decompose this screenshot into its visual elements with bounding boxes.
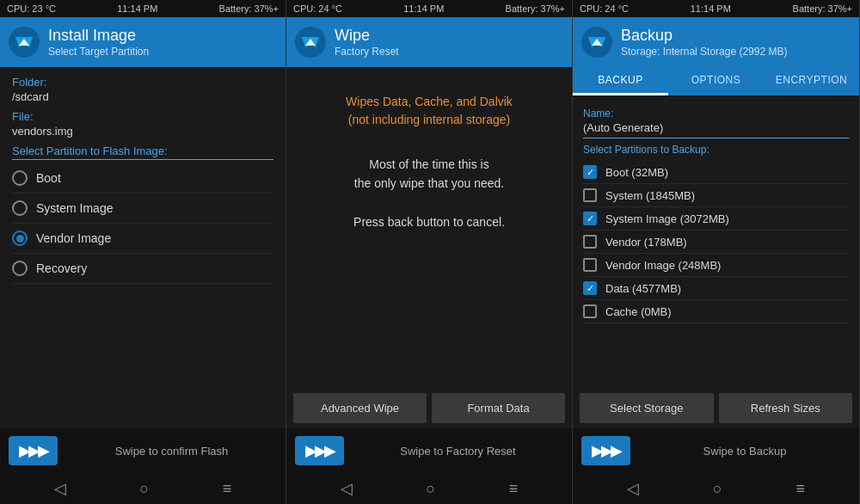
name-label: Name: <box>583 108 849 120</box>
cb-vendor[interactable]: Vendor (178MB) <box>583 230 849 254</box>
cb-label-cache: Cache (0MB) <box>605 305 672 318</box>
swipe-arrows-1: ▶▶▶ <box>9 436 58 465</box>
cb-icon-vendor-image <box>583 258 597 272</box>
swipe-bar-2[interactable]: ▶▶▶ Swipe to Factory Reset <box>286 428 572 473</box>
radio-circle-recovery <box>12 261 28 276</box>
header-3: Backup Storage: Internal Storage (2992 M… <box>573 17 859 67</box>
format-data-button[interactable]: Format Data <box>432 393 565 423</box>
backup-buttons: Select Storage Refresh Sizes <box>573 388 859 428</box>
time-2: 11:14 PM <box>403 3 444 14</box>
header-text-1: Install Image Select Target Partition <box>48 27 149 58</box>
partition-select-label: Select Partition to Flash Image: <box>12 144 273 160</box>
install-content: Folder: /sdcard File: vendors.img Select… <box>0 67 286 428</box>
swipe-arrows-3: ▶▶▶ <box>581 436 630 465</box>
backup-tabs: BACKUP OPTIONS ENCRYPTION <box>573 67 859 95</box>
advanced-wipe-button[interactable]: Advanced Wipe <box>293 393 427 423</box>
backup-content: Name: (Auto Generate) Select Partitions … <box>573 95 859 388</box>
battery-2: Battery: 37%+ <box>506 3 565 14</box>
install-panel: CPU: 23 °C 11:14 PM Battery: 37%+ Instal… <box>0 0 286 504</box>
radio-boot[interactable]: Boot <box>12 163 273 194</box>
swipe-text-3: Swipe to Backup <box>639 445 851 458</box>
wipe-content: Wipes Data, Cache, and Dalvik(not includ… <box>286 67 572 388</box>
select-storage-button[interactable]: Select Storage <box>580 393 714 423</box>
cb-icon-boot <box>583 165 597 179</box>
cb-label-data: Data (4577MB) <box>605 282 681 295</box>
cb-system[interactable]: System (1845MB) <box>583 184 849 207</box>
radio-circle-system <box>12 200 28 216</box>
battery-1: Battery: 37%+ <box>219 3 279 14</box>
wipe-warning: Wipes Data, Cache, and Dalvik(not includ… <box>307 93 551 129</box>
cb-label-boot: Boot (32MB) <box>605 166 668 179</box>
swipe-text-1: Swipe to confirm Flash <box>66 445 277 458</box>
tab-backup[interactable]: BACKUP <box>573 67 668 95</box>
swipe-arrows-2: ▶▶▶ <box>295 436 344 465</box>
panel-title-3: Backup <box>621 27 787 46</box>
cb-label-vendor: Vendor (178MB) <box>605 236 687 249</box>
status-bar-1: CPU: 23 °C 11:14 PM Battery: 37%+ <box>0 0 286 17</box>
nav-home-3[interactable]: ○ <box>713 480 722 498</box>
file-label: File: <box>12 110 273 123</box>
nav-menu-2[interactable]: ≡ <box>509 480 519 498</box>
cb-data[interactable]: Data (4577MB) <box>583 277 849 300</box>
folder-value: /sdcard <box>12 90 273 103</box>
tab-options[interactable]: OPTIONS <box>668 67 764 95</box>
wipe-panel: CPU: 24 °C 11:14 PM Battery: 37%+ Wipe F… <box>286 0 573 504</box>
radio-label-recovery: Recovery <box>36 261 87 275</box>
panel-subtitle-2: Factory Reset <box>335 46 399 58</box>
radio-circle-boot <box>12 170 28 186</box>
folder-label: Folder: <box>12 76 273 89</box>
radio-label-vendor: Vendor Image <box>36 231 111 245</box>
cb-icon-cache <box>583 304 597 318</box>
time-3: 11:14 PM <box>691 3 731 14</box>
nav-home-2[interactable]: ○ <box>426 480 435 498</box>
radio-recovery[interactable]: Recovery <box>12 254 273 284</box>
nav-home-1[interactable]: ○ <box>139 480 149 498</box>
header-text-3: Backup Storage: Internal Storage (2992 M… <box>621 27 787 58</box>
wipe-body: Most of the time this is the only wipe t… <box>307 155 551 232</box>
cb-icon-vendor <box>583 235 597 249</box>
nav-back-1[interactable]: ◁ <box>54 479 66 498</box>
bottom-nav-2: ◁ ○ ≡ <box>286 473 572 504</box>
cb-cache[interactable]: Cache (0MB) <box>583 300 849 323</box>
cpu-temp-1: CPU: 23 °C <box>7 3 56 14</box>
time-1: 11:14 PM <box>117 3 157 14</box>
radio-vendor-image[interactable]: Vendor Image <box>12 224 273 254</box>
cb-label-vendor-image: Vendor Image (248MB) <box>605 259 721 272</box>
bottom-nav-1: ◁ ○ ≡ <box>0 473 286 504</box>
cb-boot[interactable]: Boot (32MB) <box>583 161 849 184</box>
twrp-logo-2 <box>295 27 326 58</box>
wipe-buttons: Advanced Wipe Format Data <box>286 388 572 428</box>
refresh-sizes-button[interactable]: Refresh Sizes <box>719 393 853 423</box>
cb-icon-system-image <box>583 212 597 225</box>
cpu-temp-3: CPU: 24 °C <box>580 3 629 14</box>
radio-system-image[interactable]: System Image <box>12 194 273 224</box>
name-value: (Auto Generate) <box>583 121 849 138</box>
swipe-bar-1[interactable]: ▶▶▶ Swipe to confirm Flash <box>0 428 286 473</box>
backup-panel: CPU: 24 °C 11:14 PM Battery: 37%+ Backup… <box>573 0 860 504</box>
bottom-nav-3: ◁ ○ ≡ <box>573 473 859 504</box>
nav-back-3[interactable]: ◁ <box>627 479 639 498</box>
cb-label-system-image: System Image (3072MB) <box>605 212 729 225</box>
nav-menu-1[interactable]: ≡ <box>223 480 232 498</box>
swipe-bar-3[interactable]: ▶▶▶ Swipe to Backup <box>573 428 859 473</box>
tab-encryption[interactable]: ENCRYPTION <box>764 67 859 95</box>
file-value: vendors.img <box>12 125 273 138</box>
radio-label-boot: Boot <box>36 171 61 185</box>
status-bar-2: CPU: 24 °C 11:14 PM Battery: 37%+ <box>286 0 572 17</box>
header-2: Wipe Factory Reset <box>286 17 572 67</box>
nav-menu-3[interactable]: ≡ <box>796 480 806 498</box>
panel-subtitle-3: Storage: Internal Storage (2992 MB) <box>621 46 787 58</box>
cb-system-image[interactable]: System Image (3072MB) <box>583 207 849 230</box>
partitions-backup-label: Select Partitions to Backup: <box>583 144 849 156</box>
radio-label-system: System Image <box>36 201 113 215</box>
cpu-temp-2: CPU: 24 °C <box>293 3 342 14</box>
header-text-2: Wipe Factory Reset <box>335 27 399 58</box>
cb-vendor-image[interactable]: Vendor Image (248MB) <box>583 254 849 277</box>
header-1: Install Image Select Target Partition <box>0 17 286 67</box>
status-bar-3: CPU: 24 °C 11:14 PM Battery: 37%+ <box>573 0 859 17</box>
nav-back-2[interactable]: ◁ <box>341 479 353 498</box>
swipe-text-2: Swipe to Factory Reset <box>353 445 563 458</box>
panel-title-2: Wipe <box>335 27 399 46</box>
twrp-logo-1 <box>9 27 40 58</box>
radio-circle-vendor <box>12 230 28 246</box>
